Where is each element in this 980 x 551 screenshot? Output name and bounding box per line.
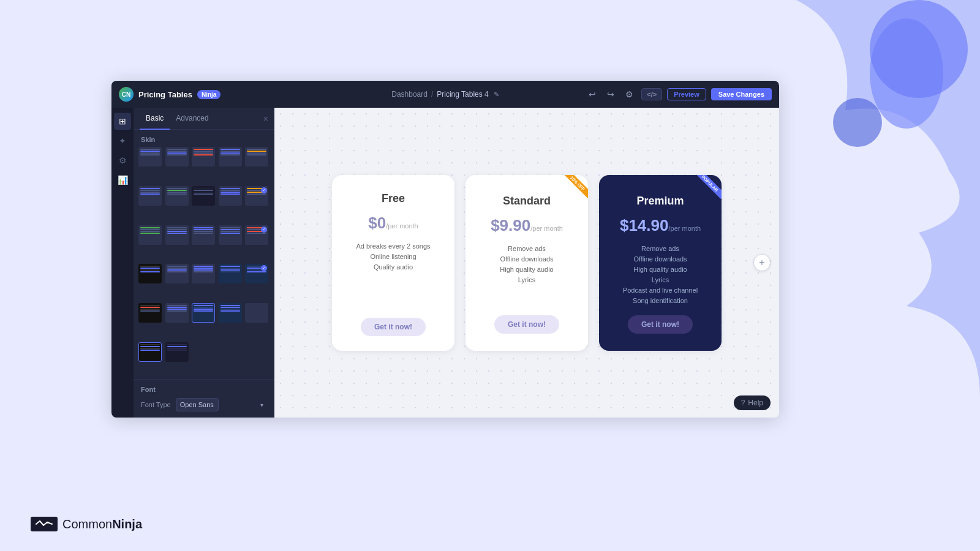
premium-features: Remove ads Offline downloads High qualit… (614, 245, 707, 304)
tab-advanced[interactable]: Advanced (170, 108, 214, 130)
premium-feature-1: Remove ads (614, 245, 707, 252)
standard-feature-4: Lyrics (480, 276, 573, 283)
skin-item-3[interactable] (192, 147, 215, 167)
skin-item-4[interactable] (219, 147, 242, 167)
app-window: CN Pricing Tables Ninja Dashboard / Pric… (111, 81, 779, 418)
skin-item-5[interactable] (245, 147, 268, 167)
skin-item-12[interactable] (165, 225, 189, 245)
pricing-card-free: Free $0/per month Ad breaks every 2 song… (332, 175, 454, 351)
pricing-card-premium: POPULAR Premium $14.90/per month Remove … (599, 175, 722, 351)
settings-button[interactable]: ⚙ (622, 88, 636, 101)
pricing-card-standard: 10% OFF Standard $9.90/per month Remove … (466, 175, 588, 351)
preview-button[interactable]: Preview (667, 88, 706, 100)
free-cta-button[interactable]: Get it now! (361, 318, 426, 336)
panel-close-button[interactable]: × (263, 114, 268, 124)
skin-item-18[interactable] (192, 264, 215, 283)
pricing-cards: Free $0/per month Ad breaks every 2 song… (332, 175, 722, 351)
breadcrumb-separator: / (431, 90, 433, 99)
skin-item-15[interactable]: ✓ (245, 225, 268, 245)
free-price: $0/per month (368, 214, 418, 233)
brand-logo: CommonNinja (31, 517, 142, 531)
top-bar-left: CN Pricing Tables Ninja (119, 87, 221, 102)
standard-ribbon-label: 10% OFF (563, 175, 588, 198)
skin-item-8[interactable] (192, 186, 215, 206)
skin-item-10[interactable]: ✓ (245, 186, 268, 206)
standard-ribbon: 10% OFF (557, 175, 588, 206)
skin-section-title: Skin (134, 130, 274, 147)
font-type-label: Font Type (141, 401, 171, 408)
help-button[interactable]: ? Help (734, 395, 771, 410)
skin-item-13[interactable] (192, 225, 215, 245)
code-button[interactable]: </> (641, 88, 662, 100)
skin-item-17[interactable] (165, 264, 189, 283)
page-wrapper: CN Pricing Tables Ninja Dashboard / Pric… (0, 0, 980, 551)
free-feature-3: Quality audio (347, 263, 440, 271)
bottom-brand: CommonNinja (31, 517, 142, 531)
skin-item-25[interactable] (245, 303, 268, 323)
edit-icon[interactable]: ✎ (494, 91, 499, 99)
standard-cta-button[interactable]: Get it now! (494, 315, 559, 334)
tab-basic[interactable]: Basic (140, 108, 170, 130)
skin-item-27[interactable] (165, 342, 189, 362)
panel-tabs: Basic Advanced × (134, 108, 274, 130)
standard-price: $9.90/per month (491, 216, 563, 235)
skin-item-1[interactable] (138, 147, 162, 167)
standard-title: Standard (503, 195, 551, 208)
redo-button[interactable]: ↪ (604, 88, 617, 101)
standard-features: Remove ads Offline downloads High qualit… (480, 245, 573, 283)
skin-item-21[interactable] (138, 303, 162, 323)
premium-cta-button[interactable]: Get it now! (628, 315, 693, 334)
skin-item-24[interactable] (219, 303, 242, 323)
premium-feature-5: Podcast and live channel (614, 287, 707, 294)
skin-item-23[interactable] (192, 303, 215, 323)
skin-item-16[interactable] (138, 264, 162, 283)
help-icon: ? (741, 399, 745, 407)
premium-price: $14.90/per month (620, 216, 701, 235)
skin-item-11[interactable] (138, 225, 162, 245)
ninja-badge: Ninja (197, 90, 221, 99)
undo-button[interactable]: ↩ (586, 88, 599, 101)
sidebar-grid-button[interactable]: ⊞ (114, 113, 131, 130)
standard-feature-2: Offline downloads (480, 255, 573, 263)
top-bar: CN Pricing Tables Ninja Dashboard / Pric… (111, 81, 779, 108)
save-button[interactable]: Save Changes (711, 88, 772, 100)
sidebar-chart-button[interactable]: 📊 (114, 171, 131, 189)
font-select-wrapper: Open Sans Roboto Lato Montserrat (176, 398, 267, 411)
premium-feature-6: Song identification (614, 297, 707, 304)
free-features: Ad breaks every 2 songs Online listening… (347, 242, 440, 271)
skin-item-9[interactable] (219, 186, 242, 206)
free-title: Free (382, 192, 405, 205)
premium-ribbon: POPULAR (691, 175, 722, 206)
skin-item-7[interactable] (165, 186, 189, 206)
skin-item-2[interactable] (165, 147, 189, 167)
premium-feature-4: Lyrics (614, 276, 707, 283)
font-row: Font Type Open Sans Roboto Lato Montserr… (141, 398, 267, 411)
top-bar-right: ↩ ↪ ⚙ </> Preview Save Changes (586, 88, 772, 101)
sidebar-brush-button[interactable]: ✦ (114, 132, 131, 149)
standard-feature-3: High quality audio (480, 266, 573, 273)
skin-item-19[interactable] (219, 264, 242, 283)
skin-item-26[interactable] (138, 342, 162, 362)
help-label: Help (748, 399, 763, 407)
skin-item-6[interactable] (138, 186, 162, 206)
sidebar-gear-button[interactable]: ⚙ (114, 152, 131, 169)
premium-feature-2: Offline downloads (614, 255, 707, 263)
skin-item-22[interactable] (165, 303, 189, 323)
add-column-button[interactable]: + (753, 254, 771, 271)
premium-ribbon-label: POPULAR (694, 175, 722, 199)
premium-feature-3: High quality audio (614, 266, 707, 273)
font-type-select[interactable]: Open Sans Roboto Lato Montserrat (176, 398, 219, 411)
skin-item-20[interactable]: ✓ (245, 264, 268, 283)
app-body: ⊞ ✦ ⚙ 📊 Basic Advanced × Skin (111, 108, 779, 418)
app-logo: CN (119, 87, 134, 102)
free-feature-2: Online listening (347, 253, 440, 260)
icon-sidebar: ⊞ ✦ ⚙ 📊 (111, 108, 134, 418)
main-content: Free $0/per month Ad breaks every 2 song… (274, 108, 779, 418)
font-section: Font Font Type Open Sans Roboto Lato Mon… (134, 379, 274, 418)
free-feature-1: Ad breaks every 2 songs (347, 242, 440, 250)
app-title: Pricing Tables (138, 90, 192, 99)
skin-item-14[interactable] (219, 225, 242, 245)
left-panel: Basic Advanced × Skin (134, 108, 274, 418)
breadcrumb-current: Pricing Tables 4 (437, 90, 489, 99)
breadcrumb-dashboard: Dashboard (391, 90, 428, 99)
